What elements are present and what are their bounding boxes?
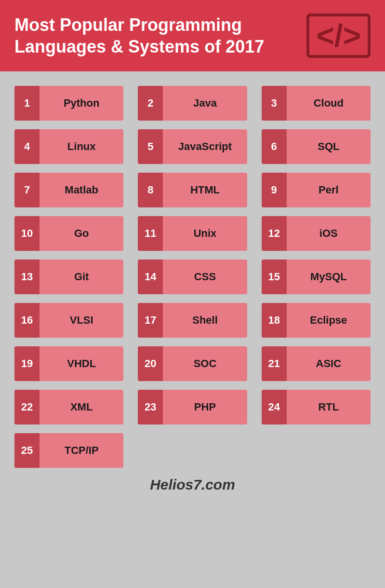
list-item: 14CSS xyxy=(138,260,247,294)
item-label: Java xyxy=(163,86,247,121)
list-item: 9Perl xyxy=(262,173,371,207)
item-rank: 25 xyxy=(14,433,40,468)
item-rank: 18 xyxy=(262,303,287,338)
item-rank: 13 xyxy=(14,260,40,294)
content: 1Python2Java3Cloud4Linux5JavaScript6SQL7… xyxy=(0,71,385,514)
list-item: 15MySQL xyxy=(262,260,371,294)
list-item: 19VHDL xyxy=(14,346,123,381)
item-rank: 8 xyxy=(138,173,163,207)
item-rank: 16 xyxy=(14,303,40,338)
code-icon: </> xyxy=(306,14,371,58)
item-label: HTML xyxy=(163,173,247,207)
item-label: CSS xyxy=(163,260,247,294)
list-item: 2Java xyxy=(138,86,247,121)
item-label: SQL xyxy=(287,129,371,164)
list-item: 12iOS xyxy=(262,216,371,251)
item-label: VHDL xyxy=(40,346,123,381)
item-rank: 22 xyxy=(14,390,40,424)
list-item: 6SQL xyxy=(262,129,371,164)
item-label: VLSI xyxy=(40,303,123,338)
item-label: Eclipse xyxy=(287,303,371,338)
header-title: Most Popular Programming Languages & Sys… xyxy=(14,14,284,57)
list-item: 23PHP xyxy=(138,390,247,424)
list-item: 10Go xyxy=(14,216,123,251)
list-item: 18Eclipse xyxy=(262,303,371,338)
list-item: 25TCP/IP xyxy=(14,433,123,468)
footer: Helios7.com xyxy=(14,468,371,505)
item-rank: 6 xyxy=(262,129,287,164)
item-rank: 11 xyxy=(138,216,163,251)
list-item: 16VLSI xyxy=(14,303,123,338)
item-label: iOS xyxy=(287,216,371,251)
item-label: Go xyxy=(40,216,123,251)
list-item: 5JavaScript xyxy=(138,129,247,164)
item-label: TCP/IP xyxy=(40,433,123,468)
item-rank: 15 xyxy=(262,260,287,294)
list-item: 1Python xyxy=(14,86,123,121)
item-rank: 24 xyxy=(262,390,287,424)
item-rank: 3 xyxy=(262,86,287,121)
item-rank: 9 xyxy=(262,173,287,207)
item-label: MySQL xyxy=(287,260,371,294)
item-label: Cloud xyxy=(287,86,371,121)
item-rank: 1 xyxy=(14,86,40,121)
item-rank: 5 xyxy=(138,129,163,164)
list-item: 20SOC xyxy=(138,346,247,381)
list-item: 4Linux xyxy=(14,129,123,164)
item-label: Matlab xyxy=(40,173,123,207)
item-rank: 4 xyxy=(14,129,40,164)
item-rank: 21 xyxy=(262,346,287,381)
item-label: Shell xyxy=(163,303,247,338)
item-rank: 7 xyxy=(14,173,40,207)
item-rank: 19 xyxy=(14,346,40,381)
item-rank: 20 xyxy=(138,346,163,381)
item-rank: 14 xyxy=(138,260,163,294)
item-rank: 10 xyxy=(14,216,40,251)
list-item: 17Shell xyxy=(138,303,247,338)
item-rank: 12 xyxy=(262,216,287,251)
items-grid: 1Python2Java3Cloud4Linux5JavaScript6SQL7… xyxy=(14,86,371,468)
item-label: Git xyxy=(40,260,123,294)
header: Most Popular Programming Languages & Sys… xyxy=(0,0,385,71)
item-label: XML xyxy=(40,390,123,424)
item-label: RTL xyxy=(287,390,371,424)
item-label: JavaScript xyxy=(163,129,247,164)
item-label: Unix xyxy=(163,216,247,251)
item-label: Linux xyxy=(40,129,123,164)
list-item: 24RTL xyxy=(262,390,371,424)
item-rank: 17 xyxy=(138,303,163,338)
list-item: 3Cloud xyxy=(262,86,371,121)
list-item: 21ASIC xyxy=(262,346,371,381)
list-item: 8HTML xyxy=(138,173,247,207)
item-label: ASIC xyxy=(287,346,371,381)
list-item: 7Matlab xyxy=(14,173,123,207)
item-label: SOC xyxy=(163,346,247,381)
list-item: 22XML xyxy=(14,390,123,424)
list-item: 11Unix xyxy=(138,216,247,251)
item-label: PHP xyxy=(163,390,247,424)
item-rank: 23 xyxy=(138,390,163,424)
item-label: Perl xyxy=(287,173,371,207)
list-item: 13Git xyxy=(14,260,123,294)
item-label: Python xyxy=(40,86,123,121)
item-rank: 2 xyxy=(138,86,163,121)
